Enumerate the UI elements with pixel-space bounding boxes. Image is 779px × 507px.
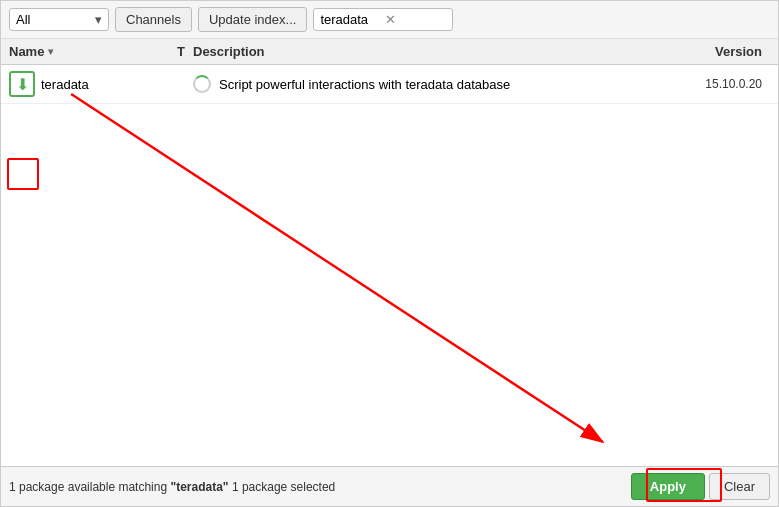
annotation-arrow [1,65,778,466]
search-term-highlight: "teradata" [170,480,228,494]
toolbar: All ▾ Channels Update index... teradata … [1,1,778,39]
filter-dropdown[interactable]: All ▾ [9,8,109,31]
clear-button[interactable]: Clear [709,473,770,500]
col-header-description: Description [193,44,670,59]
table-header: Name ▾ T Description Version [1,39,778,65]
apply-button[interactable]: Apply [631,473,705,500]
content-area: ⬇ teradata Script powerful interactions … [1,65,778,466]
search-box: teradata ✕ [313,8,453,31]
chevron-down-icon: ▾ [95,12,102,27]
highlight-download-icon [7,158,39,190]
cell-version: 15.10.0.20 [670,77,770,91]
cell-name: ⬇ teradata [9,71,169,97]
status-bar: 1 package available matching "teradata" … [1,466,778,506]
status-buttons: Apply Clear [631,473,770,500]
col-header-type: T [169,44,193,59]
table-row[interactable]: ⬇ teradata Script powerful interactions … [1,65,778,104]
filter-dropdown-value: All [16,12,30,27]
status-text: 1 package available matching "teradata" … [9,480,335,494]
search-value: teradata [320,12,381,27]
main-container: All ▾ Channels Update index... teradata … [0,0,779,507]
cell-description: Script powerful interactions with terada… [193,75,670,93]
download-icon: ⬇ [9,71,35,97]
loading-icon [193,75,211,93]
col-header-name[interactable]: Name ▾ [9,44,169,59]
update-index-button[interactable]: Update index... [198,7,307,32]
col-header-version: Version [670,44,770,59]
channels-button[interactable]: Channels [115,7,192,32]
sort-arrow-icon: ▾ [48,46,53,57]
package-name: teradata [41,77,89,92]
search-clear-button[interactable]: ✕ [385,12,446,27]
svg-line-1 [71,94,602,442]
